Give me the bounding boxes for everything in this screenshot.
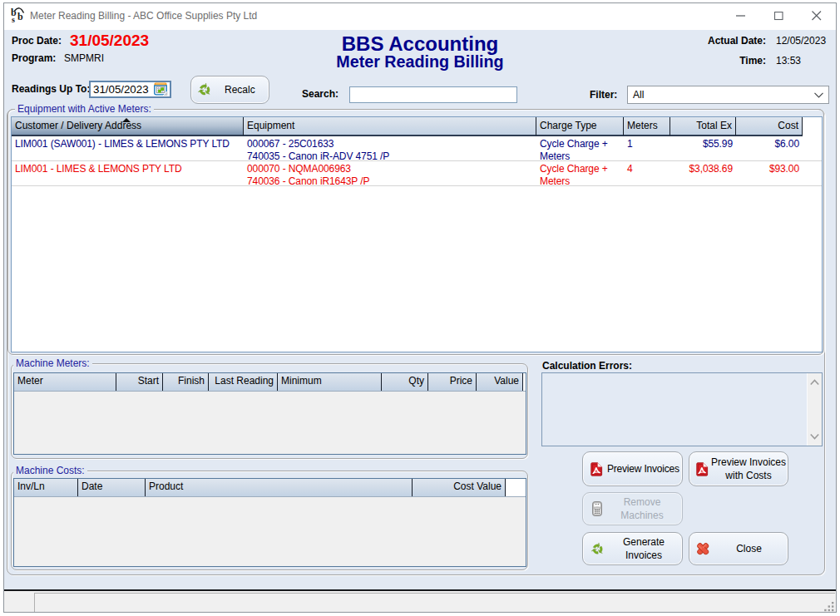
svg-text:s: s bbox=[12, 15, 15, 22]
svg-text:b: b bbox=[17, 11, 23, 22]
